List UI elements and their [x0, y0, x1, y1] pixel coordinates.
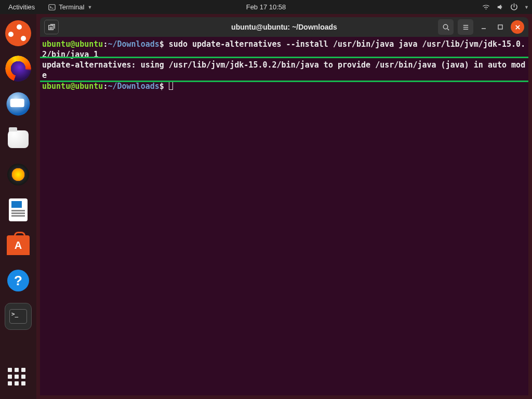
terminal-window: ubuntu@ubuntu: ~/Downloads ubun: [40, 17, 528, 395]
minimize-button[interactable]: [477, 23, 490, 31]
terminal-body[interactable]: ubuntu@ubuntu:~/Downloads$ sudo update-a…: [40, 37, 528, 395]
search-icon: [442, 23, 450, 31]
prompt-user: ubuntu@ubuntu: [42, 39, 103, 49]
search-button[interactable]: [438, 19, 454, 35]
chevron-down-icon: ▼: [524, 5, 529, 10]
close-icon: [515, 24, 521, 30]
system-status-area[interactable]: ▼: [482, 3, 529, 11]
dock-firefox[interactable]: [5, 56, 31, 82]
app-menu-label: Terminal: [59, 3, 84, 11]
hamburger-icon: [462, 23, 470, 31]
dock-ubuntu-logo[interactable]: [5, 20, 31, 46]
clock[interactable]: Feb 17 10:58: [246, 3, 286, 11]
prompt-path: ~/Downloads: [108, 39, 159, 49]
activities-button[interactable]: Activities: [0, 3, 43, 11]
dock-ubuntu-software[interactable]: [5, 232, 31, 258]
maximize-icon: [497, 24, 503, 30]
prompt-path: ~/Downloads: [108, 82, 159, 91]
svg-rect-3: [498, 25, 502, 29]
dock-rhythmbox[interactable]: [5, 162, 31, 188]
close-button[interactable]: [511, 20, 524, 34]
new-tab-icon: [48, 23, 56, 31]
minimize-icon: [480, 23, 487, 31]
window-title: ubuntu@ubuntu: ~/Downloads: [231, 23, 337, 31]
svg-rect-0: [49, 4, 55, 10]
wifi-icon: [482, 3, 490, 11]
dock-libreoffice-writer[interactable]: [5, 197, 31, 223]
dock-help[interactable]: ?: [5, 268, 31, 294]
terminal-icon: [48, 4, 56, 11]
prompt-dollar: $: [159, 82, 169, 91]
show-applications-button[interactable]: [8, 368, 29, 389]
new-tab-button[interactable]: [44, 20, 59, 34]
ubuntu-dock: ? >_: [0, 14, 36, 399]
prompt-user: ubuntu@ubuntu: [42, 82, 103, 91]
dock-thunderbird[interactable]: [7, 92, 30, 116]
chevron-down-icon: ▼: [87, 5, 92, 10]
app-menu[interactable]: Terminal ▼: [43, 3, 97, 11]
dock-files[interactable]: [5, 126, 31, 152]
desktop: ? >_ ubuntu@ubuntu: ~/Downloads: [0, 14, 532, 399]
cursor: [169, 82, 173, 90]
svg-point-2: [443, 24, 447, 29]
prompt-dollar: $: [159, 39, 169, 49]
gnome-top-bar: Activities Terminal ▼ Feb 17 10:58 ▼: [0, 0, 532, 14]
maximize-button[interactable]: [494, 24, 507, 30]
terminal-titlebar[interactable]: ubuntu@ubuntu: ~/Downloads: [40, 17, 528, 37]
dock-terminal-active[interactable]: >_: [5, 303, 32, 330]
hamburger-menu-button[interactable]: [458, 19, 473, 35]
power-icon: [510, 3, 518, 11]
volume-icon: [496, 3, 504, 11]
output-line: update-alternatives: using /usr/lib/jvm/…: [42, 60, 525, 80]
